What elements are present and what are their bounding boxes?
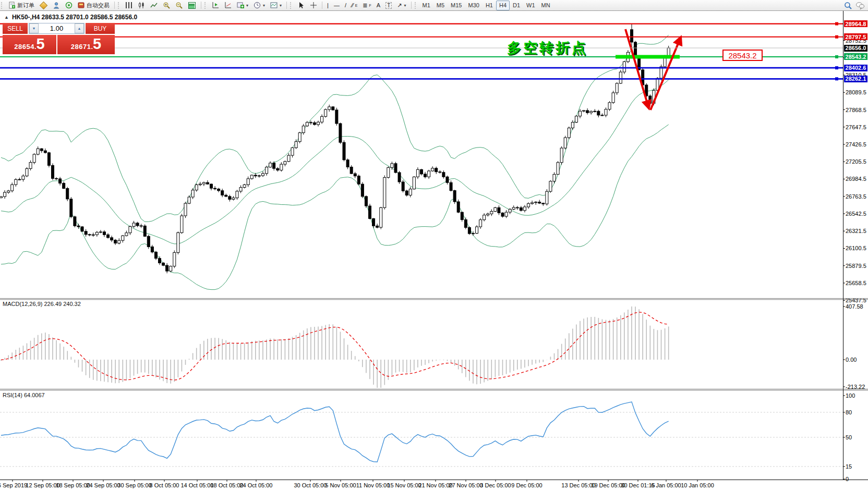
toolbar-grip[interactable]	[1, 2, 4, 9]
candle-body	[332, 107, 334, 110]
candle-body	[468, 227, 471, 234]
new-chart-caret: ▾	[246, 3, 248, 8]
cursor-icon	[297, 2, 305, 9]
candle-body	[568, 128, 570, 138]
candle-body	[343, 142, 345, 159]
zoom-out-icon	[175, 2, 183, 9]
candle-body	[505, 212, 508, 216]
sell-price-button[interactable]: 28654.5	[3, 35, 56, 54]
candle-body	[306, 122, 308, 126]
candlestick-chart-button[interactable]	[135, 1, 148, 10]
templates-icon	[270, 2, 278, 9]
bollinger-bands	[1, 35, 669, 289]
zoom-in-button[interactable]	[160, 1, 173, 10]
timeframe-M30[interactable]: M30	[465, 1, 482, 10]
candle-body	[354, 174, 356, 176]
text-label-icon: T	[385, 2, 392, 9]
candle-body	[409, 189, 412, 195]
market-watch-button[interactable]	[37, 1, 50, 10]
signals-icon	[65, 2, 73, 9]
crosshair-tool-button[interactable]	[307, 1, 320, 10]
search-icon[interactable]	[844, 2, 851, 9]
arrows-tool[interactable]: ↗▾	[394, 1, 408, 10]
buy-price-pip: 5	[93, 37, 101, 51]
timeframe-M5[interactable]: M5	[433, 1, 448, 10]
tile-windows-icon	[188, 2, 196, 9]
indicator-windows-button[interactable]	[222, 1, 234, 10]
line-chart-button[interactable]	[148, 1, 160, 10]
candle-body	[159, 259, 161, 263]
zoom-out-button[interactable]	[173, 1, 185, 10]
channel-letter: E	[355, 4, 358, 7]
volume-down-button[interactable]: ▼	[29, 23, 39, 33]
volume-up-button[interactable]: ▲	[75, 23, 84, 33]
candle-body	[243, 185, 246, 187]
new-order-label: 新订单	[17, 2, 34, 9]
candle-body	[59, 179, 62, 183]
candle-body	[11, 185, 14, 191]
candle-body	[55, 178, 58, 179]
timeframe-MN[interactable]: MN	[538, 1, 553, 10]
trendline-tool[interactable]: /	[342, 1, 349, 10]
new-chart-button[interactable]: ▾	[234, 1, 251, 10]
new-order-button[interactable]: 新订单	[6, 1, 37, 10]
indicators-icon	[212, 2, 219, 9]
candle-body	[623, 62, 625, 72]
buy-button[interactable]: BUY	[86, 23, 115, 34]
cursor-tool-button[interactable]	[295, 1, 307, 10]
candle-body	[37, 149, 39, 154]
collapse-arrow-icon[interactable]: ▲	[4, 15, 9, 20]
bar-chart-button[interactable]	[123, 1, 135, 10]
chart-canvas[interactable]	[0, 0, 868, 491]
timeframe-H4[interactable]: H4	[496, 1, 510, 10]
horizontal-line-tool[interactable]: —	[331, 1, 342, 10]
candle-body	[225, 195, 227, 196]
candle-body	[140, 226, 142, 226]
text-tool[interactable]: A	[374, 1, 383, 10]
signals-button[interactable]	[63, 1, 75, 10]
horizontal-line-objects[interactable]	[0, 22, 843, 81]
text-label-tool[interactable]: T	[383, 1, 394, 10]
channel-icon: ⁄⁄	[352, 2, 354, 8]
candle-body	[214, 188, 216, 189]
candle-body	[630, 30, 633, 42]
timeframe-W1[interactable]: W1	[523, 1, 538, 10]
candle-body	[118, 240, 120, 243]
candle-body	[51, 165, 54, 178]
fibonacci-tool[interactable]: ≣F	[360, 1, 374, 10]
periods-button[interactable]: ▾	[251, 1, 268, 10]
vertical-line-icon: |	[327, 2, 329, 8]
sell-button[interactable]: SELL	[3, 23, 28, 34]
candle-body	[177, 232, 179, 252]
templates-button[interactable]: ▾	[268, 1, 284, 10]
candle-body	[612, 93, 614, 103]
highlight-band[interactable]	[616, 55, 680, 58]
vertical-line-tool[interactable]: |	[324, 1, 331, 10]
candle-body	[483, 215, 486, 220]
buy-price-button[interactable]: 28671.5	[57, 35, 115, 54]
candle-body	[549, 181, 552, 191]
chart-frame	[0, 10, 868, 482]
candle-body	[649, 96, 652, 103]
volume-value[interactable]: 1.00	[39, 23, 75, 33]
candle-body	[564, 138, 566, 148]
candle-body	[136, 223, 139, 226]
indicators-button[interactable]	[209, 1, 222, 10]
autotrading-button[interactable]: 自动交易	[75, 1, 112, 10]
candle-body	[250, 175, 253, 179]
tile-windows-button[interactable]	[185, 1, 199, 10]
trend-arrow[interactable]	[650, 39, 680, 110]
candle-body	[586, 111, 589, 113]
timeframe-M15[interactable]: M15	[448, 1, 465, 10]
channel-tool[interactable]: ⁄⁄E	[349, 1, 360, 10]
price-tag-28656.0: 28656.0	[844, 45, 867, 52]
candle-body	[575, 116, 577, 122]
candle-body	[317, 122, 320, 125]
timeframe-D1[interactable]: D1	[510, 1, 523, 10]
timeframe-H1[interactable]: H1	[483, 1, 496, 10]
candle-body	[247, 179, 249, 185]
timeframe-M1[interactable]: M1	[419, 1, 433, 10]
candle-body	[494, 207, 497, 211]
chat-icon[interactable]	[855, 2, 863, 9]
data-window-button[interactable]	[50, 1, 63, 10]
